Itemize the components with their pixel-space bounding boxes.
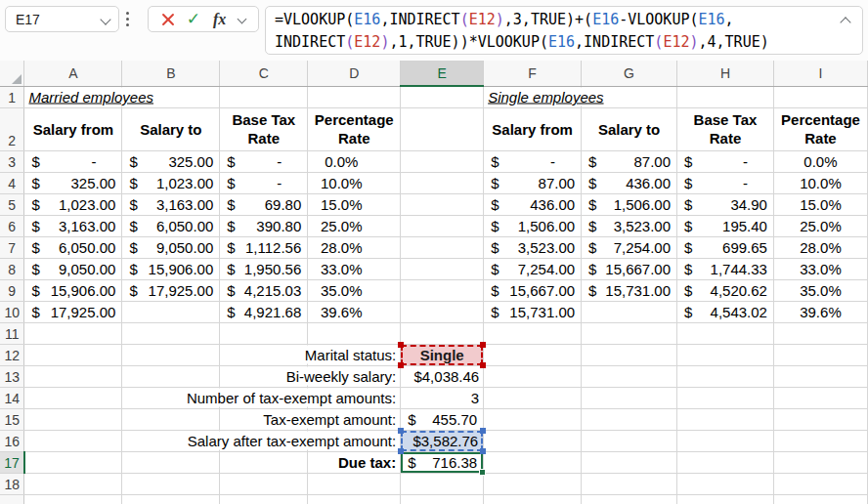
cell-E11[interactable] (401, 322, 484, 344)
cell-H2[interactable]: Base Tax Rate (677, 107, 774, 150)
cell-G18[interactable] (582, 473, 677, 494)
row-header-9[interactable]: 9 (0, 279, 24, 301)
cell-C1[interactable] (220, 86, 308, 107)
cell-C12[interactable] (220, 344, 308, 365)
cell-G17[interactable] (582, 451, 677, 473)
col-header-H[interactable]: H (677, 61, 774, 86)
cell-F9[interactable]: $15,667.00 (484, 279, 582, 301)
row-header-17[interactable]: 17 (0, 451, 24, 473)
cell-D4[interactable]: 10.0% (308, 172, 401, 193)
cell-I16[interactable] (773, 430, 867, 451)
col-header-A[interactable]: A (24, 61, 122, 86)
cell-F15[interactable] (484, 408, 582, 430)
cell-G5[interactable]: $1,506.00 (582, 193, 677, 215)
cell-B9[interactable]: $17,925.00 (122, 279, 220, 301)
cell-D16[interactable]: Salary after tax-exempt amount: (308, 430, 401, 451)
cell-B[interactable] (122, 494, 220, 504)
cell-H[interactable] (677, 494, 774, 504)
chevron-down-icon[interactable] (238, 15, 247, 24)
cell-A[interactable] (24, 494, 122, 504)
cell-H1[interactable] (677, 86, 774, 107)
cell-H16[interactable] (677, 430, 774, 451)
cell-I12[interactable] (773, 344, 867, 365)
col-header-G[interactable]: G (582, 61, 677, 86)
cell-I10[interactable]: 39.6% (773, 301, 867, 322)
cell-E[interactable] (401, 494, 484, 504)
cell-G11[interactable] (582, 322, 677, 344)
cell-E16[interactable]: $3,582.76 (401, 430, 484, 451)
cell-H18[interactable] (677, 473, 774, 494)
cell-H3[interactable]: $- (677, 150, 774, 172)
cell-C5[interactable]: $69.80 (220, 193, 308, 215)
cell-I14[interactable] (773, 387, 867, 408)
cell-D5[interactable]: 15.0% (308, 193, 401, 215)
cell-G2[interactable]: Salary to (582, 107, 677, 150)
cell-D13[interactable]: Bi-weekly salary: (308, 365, 401, 387)
cell-I5[interactable]: 15.0% (773, 193, 867, 215)
cell-E1[interactable] (401, 86, 484, 107)
cell-G6[interactable]: $3,523.00 (582, 215, 677, 236)
cell-A2[interactable]: Salary from (24, 107, 122, 150)
cell-F10[interactable]: $15,731.00 (484, 301, 582, 322)
cell-I7[interactable]: 28.0% (773, 236, 867, 258)
cell-D2[interactable]: Percentage Rate (308, 107, 401, 150)
cell-D17[interactable]: Due tax: (308, 451, 401, 473)
cell-H17[interactable] (677, 451, 774, 473)
row-header-10[interactable]: 10 (0, 301, 24, 322)
cell-I18[interactable] (773, 473, 867, 494)
cell-E7[interactable] (401, 236, 484, 258)
cell-A13[interactable] (24, 365, 122, 387)
cell-A17[interactable] (24, 451, 122, 473)
cell-D[interactable] (308, 494, 401, 504)
cell-F4[interactable]: $87.00 (484, 172, 582, 193)
cell-I3[interactable]: 0.0% (773, 150, 867, 172)
cell-B7[interactable]: $9,050.00 (122, 236, 220, 258)
row-header-1[interactable]: 1 (0, 86, 24, 107)
cell-B2[interactable]: Salary to (122, 107, 220, 150)
collapse-formula-bar-icon[interactable] (840, 17, 850, 27)
cell-F13[interactable] (484, 365, 582, 387)
cell-B8[interactable]: $15,906.00 (122, 258, 220, 279)
cell-D6[interactable]: 25.0% (308, 215, 401, 236)
cell-I15[interactable] (773, 408, 867, 430)
cell-H14[interactable] (677, 387, 774, 408)
cell-D11[interactable] (308, 322, 401, 344)
cell-I9[interactable]: 35.0% (773, 279, 867, 301)
cell-E12[interactable]: Single (401, 344, 484, 365)
cell-A8[interactable]: $9,050.00 (24, 258, 122, 279)
cell-H12[interactable] (677, 344, 774, 365)
cell-G15[interactable] (582, 408, 677, 430)
cell-E15[interactable]: $455.70 (401, 408, 484, 430)
cell-A9[interactable]: $15,906.00 (24, 279, 122, 301)
cell-A7[interactable]: $6,050.00 (24, 236, 122, 258)
cell-I11[interactable] (773, 322, 867, 344)
cell-H4[interactable]: $- (677, 172, 774, 193)
cell-E6[interactable] (401, 215, 484, 236)
cell-E8[interactable] (401, 258, 484, 279)
cell-A11[interactable] (24, 322, 122, 344)
col-header-B[interactable]: B (122, 61, 220, 86)
cell-F2[interactable]: Salary from (484, 107, 582, 150)
col-header-I[interactable]: I (773, 61, 867, 86)
cell-H15[interactable] (677, 408, 774, 430)
cell-C7[interactable]: $1,112.56 (220, 236, 308, 258)
cell-F18[interactable] (484, 473, 582, 494)
row-header-18[interactable]: 18 (0, 473, 24, 494)
cell-B15[interactable] (122, 408, 220, 430)
cell-D12[interactable]: Marital status: (308, 344, 401, 365)
cell-G12[interactable] (582, 344, 677, 365)
cell-C3[interactable]: $- (220, 150, 308, 172)
cell-A4[interactable]: $325.00 (24, 172, 122, 193)
cell-D1[interactable] (308, 86, 401, 107)
cell-F11[interactable] (484, 322, 582, 344)
cell-G3[interactable]: $87.00 (582, 150, 677, 172)
cell-D9[interactable]: 35.0% (308, 279, 401, 301)
cell-F5[interactable]: $436.00 (484, 193, 582, 215)
cell-I6[interactable]: 25.0% (773, 215, 867, 236)
cell-A1[interactable]: Married employees (24, 86, 122, 107)
row-header-4[interactable]: 4 (0, 172, 24, 193)
cell-E2[interactable] (401, 107, 484, 150)
cell-I[interactable] (773, 494, 867, 504)
row-header-15[interactable]: 15 (0, 408, 24, 430)
cell-A6[interactable]: $3,163.00 (24, 215, 122, 236)
